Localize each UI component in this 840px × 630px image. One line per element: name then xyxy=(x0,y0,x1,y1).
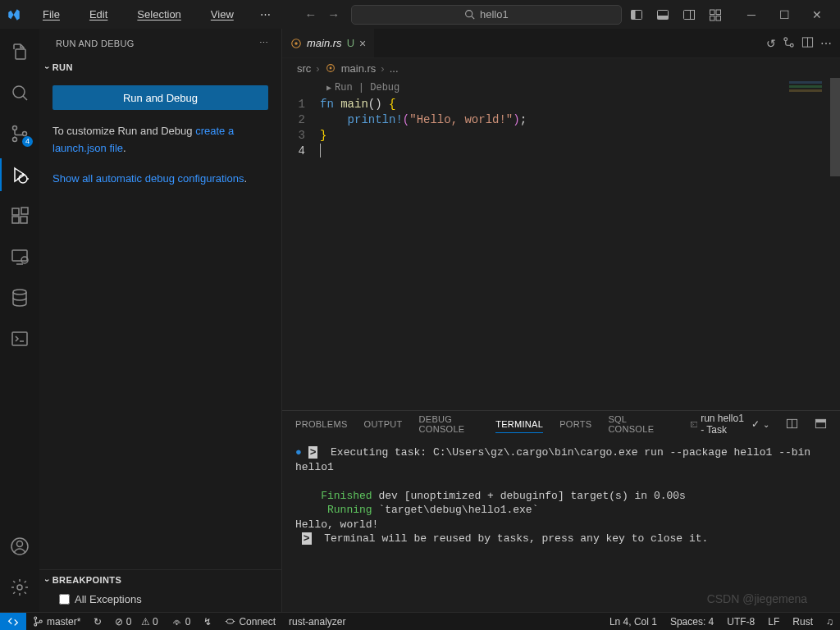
menu-more[interactable]: ⋯ xyxy=(253,5,277,24)
svg-point-35 xyxy=(17,585,22,590)
terminal-task-dropdown[interactable]: run hello1 - Task ✓ ⌄ xyxy=(691,413,769,436)
rust-analyzer-status[interactable]: rust-analyzer xyxy=(282,613,352,631)
customize-hint: To customize Run and Debug create a laun… xyxy=(52,123,268,158)
svg-rect-6 xyxy=(684,10,695,19)
menu-selection[interactable]: Selection xyxy=(124,5,194,24)
svg-rect-23 xyxy=(12,208,19,215)
breadcrumb-tail[interactable]: ... xyxy=(390,62,399,75)
nav-back-icon[interactable]: ← xyxy=(302,7,320,21)
indentation[interactable]: Spaces: 4 xyxy=(664,613,720,631)
breakpoint-all-exceptions[interactable]: All Exceptions xyxy=(39,590,281,612)
remote-indicator[interactable] xyxy=(0,613,26,631)
chevron-down-icon: › xyxy=(43,578,52,582)
breadcrumb[interactable]: src › main.rs › ... xyxy=(282,58,840,78)
accounts-icon[interactable] xyxy=(0,530,39,563)
chevron-down-icon: ⌄ xyxy=(763,420,769,429)
tab-main-rs[interactable]: main.rs U × xyxy=(282,29,375,57)
search-tab-icon[interactable] xyxy=(0,76,39,109)
timeline-icon[interactable]: ↺ xyxy=(766,37,776,50)
chevron-down-icon: › xyxy=(43,66,52,69)
split-editor-icon[interactable] xyxy=(801,36,814,51)
breakpoints-section-header[interactable]: › BREAKPOINTS xyxy=(39,570,281,590)
panel-tab-terminal[interactable]: TERMINAL xyxy=(495,416,543,433)
command-center[interactable]: hello1 xyxy=(351,5,622,25)
panel-tab-ports[interactable]: PORTS xyxy=(559,416,591,432)
titlebar: File Edit Selection View ⋯ ← → hello1 ─ … xyxy=(0,0,840,29)
problems-count[interactable]: ⊘ 0 ⚠ 0 xyxy=(108,613,164,631)
text-cursor xyxy=(320,144,321,158)
extensions-tab-icon[interactable] xyxy=(0,199,39,232)
close-tab-icon[interactable]: × xyxy=(359,37,366,50)
explorer-tab-icon[interactable] xyxy=(0,35,39,68)
remote-explorer-tab-icon[interactable] xyxy=(0,240,39,273)
show-all-configs-link[interactable]: Show all automatic debug configurations xyxy=(52,172,244,185)
customize-layout-icon[interactable] xyxy=(704,3,727,26)
connect-status[interactable]: Connect xyxy=(218,613,282,631)
svg-rect-25 xyxy=(21,217,27,223)
layout-controls xyxy=(625,3,727,26)
menu-view[interactable]: View xyxy=(198,5,247,24)
breadcrumb-file[interactable]: main.rs xyxy=(341,62,377,75)
nav-arrows: ← → xyxy=(302,7,343,21)
panel-tab-problems[interactable]: PROBLEMS xyxy=(295,416,348,432)
settings-gear-icon[interactable] xyxy=(0,571,39,604)
code-editor[interactable]: ▶Run | Debug 1fn main() { 2 println!("He… xyxy=(282,78,840,410)
panel-tabs: PROBLEMS OUTPUT DEBUG CONSOLE TERMINAL P… xyxy=(282,411,840,437)
toggle-secondary-sidebar-icon[interactable] xyxy=(678,3,701,26)
search-text: hello1 xyxy=(480,8,509,21)
run-and-debug-button[interactable]: Run and Debug xyxy=(52,85,268,110)
split-terminal-icon[interactable] xyxy=(786,418,798,431)
git-sync[interactable]: ↻ xyxy=(87,613,108,631)
sidebar-more-icon[interactable]: ⋯ xyxy=(259,38,268,48)
menu-edit[interactable]: Edit xyxy=(76,5,121,24)
maximize-button[interactable]: ☐ xyxy=(768,3,801,26)
svg-point-16 xyxy=(13,138,17,142)
panel-tab-output[interactable]: OUTPUT xyxy=(364,416,403,432)
svg-point-17 xyxy=(23,132,27,136)
vscode-logo-icon xyxy=(7,7,21,22)
svg-point-34 xyxy=(17,541,23,547)
cursor-position[interactable]: Ln 4, Col 1 xyxy=(603,613,664,631)
notifications-icon[interactable]: ♫ xyxy=(819,613,840,631)
menu-file[interactable]: File xyxy=(30,5,73,24)
svg-rect-12 xyxy=(16,49,25,59)
editor-more-icon[interactable]: ⋯ xyxy=(820,37,832,50)
toggle-panel-icon[interactable] xyxy=(651,3,674,26)
source-control-tab-icon[interactable]: 4 xyxy=(0,117,39,150)
git-branch[interactable]: master* xyxy=(26,613,87,631)
terminal-output[interactable]: ● > Executing task: C:\Users\gz\.cargo\b… xyxy=(282,437,840,612)
ports-forwarded[interactable]: 0 xyxy=(165,613,198,631)
breadcrumb-src[interactable]: src xyxy=(297,62,311,75)
panel-tab-debug-console[interactable]: DEBUG CONSOLE xyxy=(419,411,480,437)
encoding[interactable]: UTF-8 xyxy=(720,613,761,631)
toggle-primary-sidebar-icon[interactable] xyxy=(625,3,648,26)
panel-tab-sql[interactable]: SQL CONSOLE xyxy=(608,411,657,437)
close-button[interactable]: ✕ xyxy=(801,3,833,26)
eol[interactable]: LF xyxy=(761,613,786,631)
status-bar: master* ↻ ⊘ 0 ⚠ 0 0 ↯ Connect rust-analy… xyxy=(0,612,840,630)
breakpoint-checkbox[interactable] xyxy=(59,594,70,605)
rust-file-icon xyxy=(290,38,302,49)
minimize-button[interactable]: ─ xyxy=(735,3,768,26)
run-debug-tab-icon[interactable] xyxy=(0,158,39,191)
nav-forward-icon[interactable]: → xyxy=(325,7,343,21)
vertical-scrollbar[interactable] xyxy=(830,78,840,410)
editor-group: main.rs U × ↺ ⋯ src › main.rs › ... ▶Run… xyxy=(282,29,840,612)
maximize-panel-icon[interactable] xyxy=(815,418,827,431)
compare-icon[interactable] xyxy=(783,36,795,51)
tab-git-status: U xyxy=(347,37,354,49)
terminal-tab-icon[interactable] xyxy=(0,322,39,355)
svg-rect-10 xyxy=(710,16,715,21)
codelens-run-debug[interactable]: ▶Run | Debug xyxy=(282,80,840,97)
live-share[interactable]: ↯ xyxy=(197,613,218,631)
sidebar-header: RUN AND DEBUG ⋯ xyxy=(39,29,281,57)
svg-point-39 xyxy=(790,43,793,47)
svg-rect-9 xyxy=(716,10,721,15)
run-section-header[interactable]: › RUN xyxy=(39,57,281,77)
svg-line-1 xyxy=(472,16,474,19)
window-controls: ─ ☐ ✕ xyxy=(735,3,833,26)
search-icon xyxy=(464,9,475,20)
database-tab-icon[interactable] xyxy=(0,281,39,314)
language-mode[interactable]: Rust xyxy=(786,613,819,631)
svg-point-51 xyxy=(39,620,42,623)
